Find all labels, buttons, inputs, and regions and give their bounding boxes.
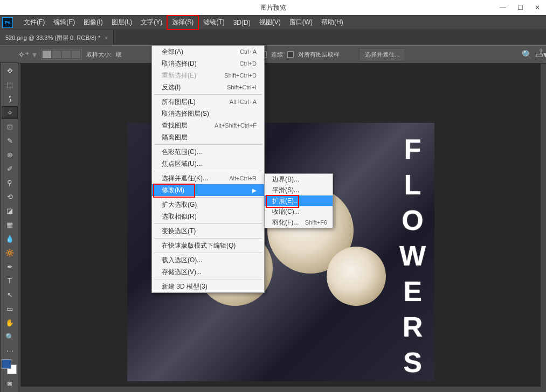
menu-type[interactable]: 文字(Y) — [136, 15, 167, 30]
menu-load-selection[interactable]: 载入选区(O)... — [152, 254, 264, 266]
foreground-color[interactable] — [2, 359, 11, 369]
options-bar: ✧⁺ ▾ 取样大小: 取 除锯齿 连续 对所有图层取样 选择并遮住... 🔍 ▭… — [0, 45, 546, 64]
menu-help[interactable]: 帮助(H) — [317, 15, 348, 30]
brush-tool[interactable]: ✐ — [2, 162, 18, 175]
minimize-button[interactable]: — — [494, 0, 512, 15]
menu-layer[interactable]: 图层(L) — [107, 15, 137, 30]
menu-isolate-layers[interactable]: 隔离图层 — [152, 131, 264, 143]
lasso-tool[interactable]: ⟆ — [2, 92, 18, 105]
sample-size-value[interactable]: 取 — [116, 51, 122, 59]
selection-mode-group[interactable] — [41, 49, 82, 60]
menu-deselect-layers[interactable]: 取消选择图层(S) — [152, 108, 264, 120]
submenu-contract[interactable]: 收缩(C)... — [265, 206, 333, 217]
pen-tool[interactable]: ✒ — [2, 260, 18, 273]
healing-tool[interactable]: ⊛ — [2, 148, 18, 161]
menu-modify[interactable]: 修改(M)▶ — [152, 184, 264, 196]
dodge-tool[interactable]: 🔆 — [2, 246, 18, 259]
menu-save-selection[interactable]: 存储选区(V)... — [152, 266, 264, 278]
menu-file[interactable]: 文件(F) — [19, 15, 49, 30]
menu-select[interactable]: 选择(S) — [167, 15, 199, 30]
flower-shape — [327, 247, 386, 306]
menu-inverse[interactable]: 反选(I)Shift+Ctrl+I — [152, 81, 264, 93]
window-title: 图片预览 — [260, 3, 286, 12]
type-tool[interactable]: T — [2, 274, 18, 287]
menu-window[interactable]: 窗口(W) — [285, 15, 317, 30]
select-menu-dropdown: 全部(A)Ctrl+A 取消选择(D)Ctrl+D 重新选择(E)Shift+C… — [151, 45, 265, 293]
submenu-expand[interactable]: 扩展(E)... — [265, 195, 333, 206]
all-layers-checkbox[interactable] — [287, 51, 294, 58]
eyedropper-tool[interactable]: ✎ — [2, 134, 18, 147]
select-and-mask-button[interactable]: 选择并遮住... — [359, 48, 405, 61]
shape-tool[interactable]: ▭ — [2, 302, 18, 315]
history-brush-tool[interactable]: ⟲ — [2, 190, 18, 203]
blur-tool[interactable]: 💧 — [2, 232, 18, 245]
menu-reselect: 重新选择(E)Shift+Ctrl+D — [152, 69, 264, 81]
tab-close-icon[interactable]: × — [105, 35, 108, 41]
search-icon[interactable]: 🔍 — [522, 50, 532, 59]
path-tool[interactable]: ↖ — [2, 288, 18, 301]
menu-similar[interactable]: 选取相似(R) — [152, 211, 264, 222]
gradient-tool[interactable]: ▦ — [2, 218, 18, 231]
zoom-tool[interactable]: 🔍 — [2, 330, 18, 343]
menu-transform-selection[interactable]: 变换选区(T) — [152, 225, 264, 237]
color-swatches[interactable] — [2, 359, 17, 374]
document-tab[interactable]: 520.png @ 33.3% (图层 0, RGB/8) * × — [0, 30, 114, 45]
edit-toolbar[interactable]: ⋯ — [2, 344, 18, 357]
submenu-smooth[interactable]: 平滑(S)... — [265, 185, 333, 195]
tab-label: 520.png @ 33.3% (图层 0, RGB/8) * — [5, 34, 100, 42]
modify-submenu: 边界(B)... 平滑(S)... 扩展(E)... 收缩(C)... 羽化(F… — [264, 173, 333, 228]
menu-filter[interactable]: 滤镜(T) — [199, 15, 229, 30]
menubar: Ps 文件(F) 编辑(E) 图像(I) 图层(L) 文字(Y) 选择(S) 滤… — [0, 15, 546, 30]
menu-color-range[interactable]: 色彩范围(C)... — [152, 146, 264, 158]
canvas-text-overlay: FLOWERS — [397, 134, 429, 382]
submenu-feather[interactable]: 羽化(F)...Shift+F6 — [265, 217, 333, 228]
submenu-border[interactable]: 边界(B)... — [265, 174, 333, 185]
magic-wand-tool[interactable]: ✧ — [2, 106, 18, 119]
tools-panel: ✥ ⬚ ⟆ ✧ ⊡ ✎ ⊛ ✐ ⚲ ⟲ ◪ ▦ 💧 🔆 ✒ T ↖ ▭ ✋ 🔍 … — [0, 62, 18, 392]
wand-tool-icon: ✧⁺ — [18, 50, 28, 59]
contiguous-label: 连续 — [271, 51, 283, 59]
all-layers-label: 对所有图层取样 — [298, 51, 340, 59]
crop-tool[interactable]: ⊡ — [2, 120, 18, 133]
ps-logo-icon: Ps — [2, 17, 13, 28]
hand-tool[interactable]: ✋ — [2, 316, 18, 329]
menu-grow[interactable]: 扩大选取(G) — [152, 199, 264, 211]
maximize-button[interactable]: ☐ — [512, 0, 529, 15]
clone-tool[interactable]: ⚲ — [2, 176, 18, 189]
menu-view[interactable]: 视图(V) — [255, 15, 285, 30]
close-button[interactable]: ✕ — [529, 0, 546, 15]
menu-quick-mask-edit[interactable]: 在快速蒙版模式下编辑(Q) — [152, 240, 264, 251]
share-icon[interactable]: ⇪ — [538, 47, 544, 55]
menu-3d[interactable]: 3D(D) — [229, 15, 255, 30]
move-tool[interactable]: ✥ — [2, 64, 18, 77]
menu-edit[interactable]: 编辑(E) — [49, 15, 79, 30]
quick-mask-toggle[interactable]: ◙ — [2, 376, 18, 389]
eraser-tool[interactable]: ◪ — [2, 204, 18, 217]
menu-deselect[interactable]: 取消选择(D)Ctrl+D — [152, 58, 264, 69]
menu-all-layers[interactable]: 所有图层(L)Alt+Ctrl+A — [152, 96, 264, 108]
menu-image[interactable]: 图像(I) — [79, 15, 107, 30]
menu-select-and-mask[interactable]: 选择并遮住(K)...Alt+Ctrl+R — [152, 172, 264, 184]
menu-select-all[interactable]: 全部(A)Ctrl+A — [152, 46, 264, 58]
marquee-tool[interactable]: ⬚ — [2, 78, 18, 91]
menu-focus-area[interactable]: 焦点区域(U)... — [152, 158, 264, 170]
sample-size-label: 取样大小: — [86, 51, 112, 59]
menu-new-3d-model[interactable]: 新建 3D 模型(3) — [152, 281, 264, 292]
menu-find-layers[interactable]: 查找图层Alt+Shift+Ctrl+F — [152, 120, 264, 131]
